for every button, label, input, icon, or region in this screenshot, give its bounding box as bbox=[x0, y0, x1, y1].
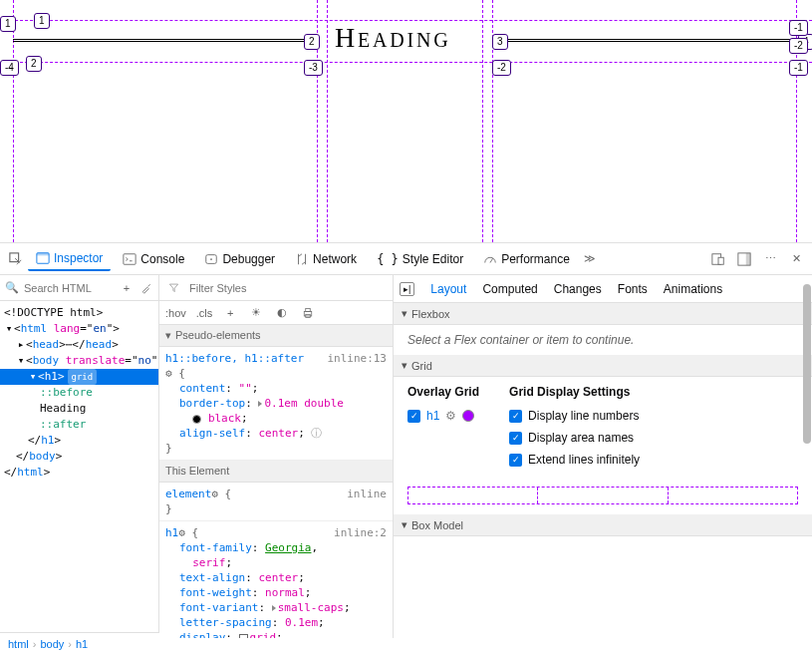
tab-inspector[interactable]: Inspector bbox=[28, 247, 111, 271]
grid-col-badge-neg: -4 bbox=[0, 60, 19, 76]
grid-col-line bbox=[13, 0, 14, 242]
add-node-icon[interactable]: + bbox=[119, 280, 135, 296]
svg-point-5 bbox=[211, 258, 213, 260]
close-icon[interactable]: ✕ bbox=[788, 251, 804, 267]
layout-tab-changes[interactable]: Changes bbox=[554, 282, 602, 296]
grid-col-badge-neg: -3 bbox=[304, 60, 323, 76]
dom-panel: 🔍 + <!DOCTYPE html>▾<html lang="en">▸<he… bbox=[0, 275, 159, 638]
styles-panel: :hov .cls + ☀ ◐ ▾Pseudo-elements h1::bef… bbox=[159, 275, 394, 638]
setting-area-names[interactable]: ✓Display area names bbox=[509, 431, 640, 445]
dom-tree[interactable]: <!DOCTYPE html>▾<html lang="en">▸<head>⋯… bbox=[0, 301, 158, 638]
flexbox-message: Select a Flex container or item to conti… bbox=[394, 325, 812, 355]
print-mode-icon[interactable] bbox=[300, 305, 316, 321]
grid-section-header[interactable]: ▾Grid bbox=[394, 355, 812, 377]
grid-col-line bbox=[796, 0, 797, 242]
filter-icon bbox=[165, 280, 181, 296]
dock-mode-icon[interactable] bbox=[736, 251, 752, 267]
layout-panel: ▸| Layout Computed Changes Fonts Animati… bbox=[394, 275, 812, 638]
light-mode-icon[interactable]: ☀ bbox=[248, 305, 264, 321]
cls-toggle[interactable]: .cls bbox=[196, 307, 213, 319]
svg-rect-9 bbox=[746, 252, 750, 264]
layout-tabs: ▸| Layout Computed Changes Fonts Animati… bbox=[394, 275, 812, 303]
layout-tab-animations[interactable]: Animations bbox=[664, 282, 722, 296]
layout-tab-fonts[interactable]: Fonts bbox=[618, 282, 648, 296]
grid-col-line bbox=[327, 0, 328, 242]
responsive-mode-icon[interactable] bbox=[710, 251, 726, 267]
tab-style-editor[interactable]: { }Style Editor bbox=[369, 248, 471, 270]
grid-col-badge: 1 bbox=[34, 13, 50, 29]
checkbox-checked-icon[interactable]: ✓ bbox=[407, 410, 420, 423]
svg-rect-2 bbox=[37, 252, 49, 255]
breadcrumbs[interactable]: html› body› h1 bbox=[0, 632, 159, 654]
setting-line-numbers[interactable]: ✓Display line numbers bbox=[509, 409, 640, 423]
heading-rule-left bbox=[13, 39, 317, 42]
flexbox-section-header[interactable]: ▾Flexbox bbox=[394, 303, 812, 325]
svg-rect-11 bbox=[306, 308, 311, 311]
preview-heading-text: Heading bbox=[335, 22, 450, 54]
scrollbar[interactable] bbox=[802, 274, 812, 654]
tab-debugger[interactable]: Debugger bbox=[196, 248, 283, 270]
more-icon[interactable]: ⋯ bbox=[762, 251, 778, 267]
svg-rect-3 bbox=[124, 253, 135, 264]
search-input[interactable] bbox=[24, 282, 115, 294]
grid-col-badge-neg: -1 bbox=[789, 20, 808, 36]
boxmodel-section-header[interactable]: ▾Box Model bbox=[394, 514, 812, 536]
add-rule-icon[interactable]: + bbox=[222, 305, 238, 321]
color-swatch[interactable] bbox=[462, 410, 474, 422]
devtools-panels: 🔍 + <!DOCTYPE html>▾<html lang="en">▸<he… bbox=[0, 274, 812, 638]
grid-row-line bbox=[0, 62, 812, 63]
dark-mode-icon[interactable]: ◐ bbox=[274, 305, 290, 321]
tab-network[interactable]: Network bbox=[287, 248, 365, 270]
grid-row-badge: 1 bbox=[0, 16, 16, 32]
sidebar-toggle-icon[interactable]: ▸| bbox=[400, 282, 414, 296]
overlay-grid-title: Overlay Grid bbox=[407, 385, 479, 399]
grid-row-badge-neg: -1 bbox=[789, 60, 808, 76]
grid-row-badge: 2 bbox=[26, 56, 42, 72]
gear-icon[interactable]: ⚙ bbox=[445, 409, 456, 423]
page-preview: Heading 1 2 3 4 -4 -3 -2 -1 1 2 -2 -1 bbox=[0, 0, 812, 242]
eyedropper-icon[interactable] bbox=[138, 280, 154, 296]
layout-tab-layout[interactable]: Layout bbox=[430, 282, 466, 296]
hov-toggle[interactable]: :hov bbox=[165, 307, 186, 319]
styles-rules[interactable]: ▾Pseudo-elements h1::before, h1::after i… bbox=[159, 325, 393, 638]
grid-col-badge: 3 bbox=[492, 34, 508, 50]
grid-col-line bbox=[482, 0, 483, 242]
filter-styles-input[interactable] bbox=[189, 282, 387, 294]
search-icon: 🔍 bbox=[4, 280, 20, 296]
overlay-grid-item[interactable]: ✓ h1 ⚙ bbox=[407, 409, 479, 423]
grid-row-line bbox=[0, 20, 812, 21]
layout-tab-computed[interactable]: Computed bbox=[482, 282, 537, 296]
tab-console[interactable]: Console bbox=[115, 248, 192, 270]
grid-settings-title: Grid Display Settings bbox=[509, 385, 640, 399]
grid-row-badge-neg: -2 bbox=[789, 38, 808, 54]
tab-performance[interactable]: Performance bbox=[475, 248, 578, 270]
devtools-toolbar: Inspector Console Debugger Network { }St… bbox=[0, 242, 812, 274]
this-element-header: This Element bbox=[159, 461, 393, 483]
overflow-icon[interactable]: ≫ bbox=[582, 251, 598, 267]
pick-element-icon[interactable] bbox=[8, 251, 24, 267]
pseudo-section-header[interactable]: ▾Pseudo-elements bbox=[159, 325, 393, 347]
grid-col-badge: 2 bbox=[304, 34, 320, 50]
grid-col-badge-neg: -2 bbox=[492, 60, 511, 76]
heading-rule-right bbox=[492, 39, 796, 42]
setting-extend-lines[interactable]: ✓Extend lines infinitely bbox=[509, 453, 640, 467]
mini-grid-preview bbox=[407, 487, 798, 504]
svg-rect-7 bbox=[718, 257, 723, 264]
